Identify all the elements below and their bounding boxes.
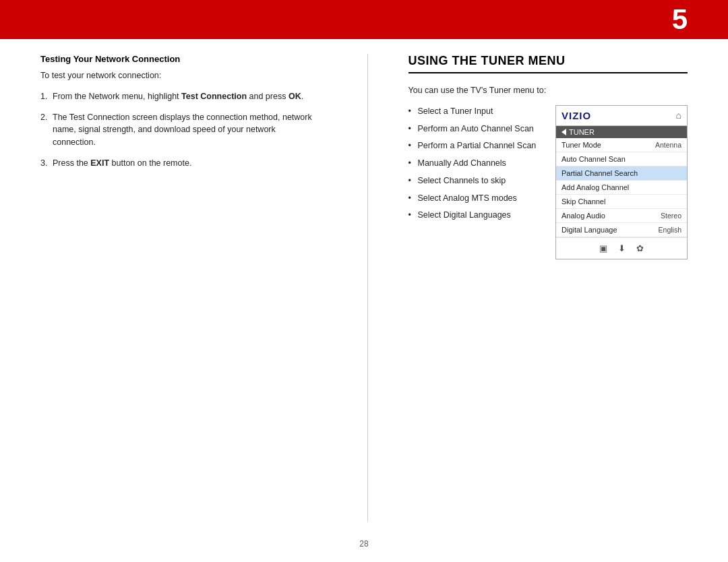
row-label-tuner-mode: Tuner Mode xyxy=(562,141,601,149)
page-footer: 28 xyxy=(0,539,728,549)
tuner-bar: TUNER xyxy=(556,126,687,138)
step-3-bold: EXIT xyxy=(90,158,109,168)
home-icon: ⌂ xyxy=(676,110,681,121)
footer-icon-1: ▣ xyxy=(599,243,607,253)
page-number: 5 xyxy=(672,5,688,34)
step-2-text: The Test Connection screen displays the … xyxy=(53,113,312,148)
row-value-digital-language: English xyxy=(659,226,681,234)
step-1-text-mid: and press xyxy=(247,92,289,101)
vizio-logo: VIZIO xyxy=(562,110,591,121)
right-section-title: USING THE TUNER MENU xyxy=(408,54,688,73)
menu-row-tuner-mode: Tuner Mode Antenna xyxy=(556,138,687,152)
right-content-area: Select a Tuner Input Perform an Auto Cha… xyxy=(408,105,688,259)
bullet-item-3: Perform a Partial Channel Scan xyxy=(408,139,543,152)
row-label-digital-language: Digital Language xyxy=(562,226,617,234)
row-label-partial-channel: Partial Channel Search xyxy=(562,169,638,177)
footer-page-number: 28 xyxy=(359,539,368,549)
bullet-item-4: Manually Add Channels xyxy=(408,157,543,170)
footer-icon-2: ⬇ xyxy=(618,243,626,253)
footer-icon-3: ✿ xyxy=(636,243,644,253)
menu-row-digital-language: Digital Language English xyxy=(556,223,687,237)
step-1-text-end: . xyxy=(301,92,303,101)
right-intro: You can use the TV's Tuner menu to: xyxy=(408,84,688,97)
tv-menu: VIZIO ⌂ TUNER Tuner Mode Antenna Auto Ch… xyxy=(555,105,688,259)
row-label-skip-channel: Skip Channel xyxy=(562,197,605,206)
menu-row-add-analog: Add Analog Channel xyxy=(556,181,687,195)
bullet-item-1: Select a Tuner Input xyxy=(408,105,543,118)
menu-row-skip-channel: Skip Channel xyxy=(556,195,687,209)
left-intro-text: To test your network connection: xyxy=(40,69,320,82)
bullet-item-5: Select Channels to skip xyxy=(408,175,543,187)
bullet-item-6: Select Analog MTS modes xyxy=(408,192,543,205)
row-label-add-analog: Add Analog Channel xyxy=(562,183,629,191)
step-1-text-before: From the Network menu, highlight xyxy=(53,92,181,101)
bullet-item-2: Perform an Auto Channel Scan xyxy=(408,123,543,135)
row-value-analog-audio: Stereo xyxy=(661,212,681,220)
step-3: Press the EXIT button on the remote. xyxy=(40,157,320,170)
menu-row-partial-channel: Partial Channel Search xyxy=(556,166,687,181)
step-3-text-before: Press the xyxy=(53,158,90,168)
tuner-bar-label: TUNER xyxy=(569,128,595,136)
menu-row-auto-channel: Auto Channel Scan xyxy=(556,152,687,166)
step-1-bold2: OK xyxy=(289,92,301,101)
tv-menu-footer: ▣ ⬇ ✿ xyxy=(556,237,687,259)
main-content: Testing Your Network Connection To test … xyxy=(40,54,688,522)
column-divider xyxy=(367,54,368,522)
row-value-tuner-mode: Antenna xyxy=(655,141,681,149)
menu-row-analog-audio: Analog Audio Stereo xyxy=(556,209,687,223)
left-section-title: Testing Your Network Connection xyxy=(40,54,320,64)
steps-list: From the Network menu, highlight Test Co… xyxy=(40,90,320,170)
triangle-left-icon xyxy=(562,129,566,135)
step-3-text-after: button on the remote. xyxy=(109,158,191,168)
bullet-item-7: Select Digital Languages xyxy=(408,209,543,222)
step-1-bold: Test Connection xyxy=(181,92,247,101)
left-column: Testing Your Network Connection To test … xyxy=(40,54,334,522)
step-2: The Test Connection screen displays the … xyxy=(40,111,320,149)
bullet-list: Select a Tuner Input Perform an Auto Cha… xyxy=(408,105,543,259)
right-column: USING THE TUNER MENU You can use the TV'… xyxy=(402,54,688,522)
tv-menu-header: VIZIO ⌂ xyxy=(556,106,687,126)
header-bar xyxy=(0,0,728,39)
step-1: From the Network menu, highlight Test Co… xyxy=(40,90,320,103)
row-label-auto-channel: Auto Channel Scan xyxy=(562,155,626,163)
row-label-analog-audio: Analog Audio xyxy=(562,212,605,220)
